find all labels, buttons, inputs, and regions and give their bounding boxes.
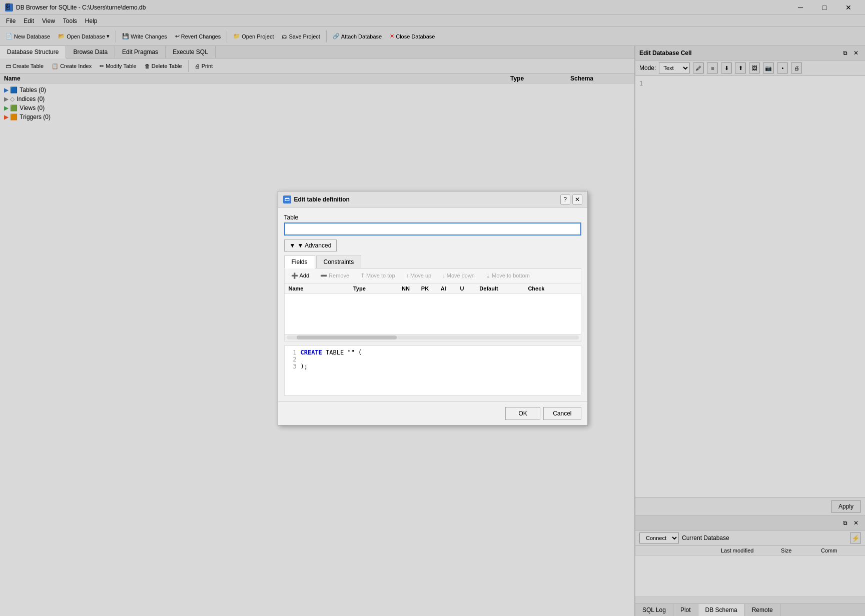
sql-line-1: 1 CREATE TABLE "" ( — [289, 349, 577, 356]
advanced-button[interactable]: ▼ ▼ Advanced — [284, 240, 337, 252]
table-name-row: Table — [284, 214, 581, 236]
advanced-arrow-icon: ▼ — [290, 242, 296, 249]
dialog-titlebar: 🗃 Edit table definition ? ✕ — [278, 192, 587, 208]
sql-keyword-create: CREATE — [301, 349, 322, 356]
move-to-bottom-button[interactable]: ⤓ Move to bottom — [481, 270, 534, 281]
dialog-tab-constraints[interactable]: Constraints — [316, 256, 362, 268]
cancel-button[interactable]: Cancel — [543, 407, 581, 420]
move-down-icon: ↓ — [442, 272, 445, 278]
col-type: Type — [353, 286, 402, 292]
col-u: U — [460, 286, 480, 292]
scroll-thumb — [297, 336, 397, 340]
dialog-title: 🗃 Edit table definition — [283, 196, 350, 204]
col-name: Name — [289, 286, 353, 292]
table-label: Table — [284, 214, 581, 221]
dialog-tab-fields[interactable]: Fields — [284, 256, 315, 268]
col-pk: PK — [421, 286, 441, 292]
sql-content-3: ); — [301, 363, 308, 370]
col-default: Default — [479, 286, 528, 292]
add-field-button[interactable]: ➕ Add — [287, 270, 314, 281]
move-to-bottom-icon: ⤓ — [486, 272, 490, 279]
sql-line-2: 2 — [289, 356, 577, 363]
move-up-icon: ↑ — [406, 272, 409, 278]
move-down-button[interactable]: ↓ Move down — [438, 270, 479, 280]
table-name-input[interactable] — [284, 222, 581, 236]
fields-scrollbar[interactable] — [285, 334, 581, 341]
fields-table-container: Name Type NN PK AI U Default Check — [284, 284, 581, 342]
scroll-track — [287, 336, 579, 340]
sql-text-1: TABLE "" ( — [326, 349, 362, 356]
col-check: Check — [528, 286, 576, 292]
remove-icon: ➖ — [320, 272, 327, 279]
sql-line-num-3: 3 — [289, 363, 297, 370]
sql-preview: 1 CREATE TABLE "" ( 2 3 ); — [284, 346, 581, 396]
dialog-tabs: Fields Constraints — [284, 256, 581, 268]
dialog-title-text: Edit table definition — [294, 196, 350, 203]
sql-line-num-2: 2 — [289, 356, 297, 363]
dialog-body: Table ▼ ▼ Advanced Fields Constraints ➕ … — [278, 208, 587, 402]
move-up-button[interactable]: ↑ Move up — [402, 270, 436, 280]
fields-toolbar: ➕ Add ➖ Remove ⤒ Move to top ↑ Move up ↓ — [284, 268, 581, 284]
dialog-controls: ? ✕ — [560, 194, 582, 204]
fields-table-header: Name Type NN PK AI U Default Check — [285, 284, 581, 294]
col-nn: NN — [402, 286, 421, 292]
dialog-title-icon: 🗃 — [283, 196, 291, 204]
dialog-overlay: 🗃 Edit table definition ? ✕ Table ▼ ▼ Ad… — [0, 0, 865, 616]
sql-line-num-1: 1 — [289, 349, 297, 356]
sql-line-3: 3 ); — [289, 363, 577, 370]
add-icon: ➕ — [291, 272, 298, 279]
dialog-help-button[interactable]: ? — [560, 194, 570, 204]
col-ai: AI — [441, 286, 460, 292]
advanced-label: ▼ Advanced — [297, 242, 331, 249]
remove-field-button[interactable]: ➖ Remove — [316, 270, 354, 281]
ok-button[interactable]: OK — [505, 407, 540, 420]
dialog-close-button[interactable]: ✕ — [572, 194, 582, 204]
move-to-top-button[interactable]: ⤒ Move to top — [356, 270, 399, 281]
fields-table-body — [285, 294, 581, 334]
edit-table-dialog: 🗃 Edit table definition ? ✕ Table ▼ ▼ Ad… — [278, 191, 588, 426]
dialog-buttons: OK Cancel — [278, 402, 587, 425]
move-to-top-icon: ⤒ — [360, 272, 365, 279]
sql-content-1: CREATE TABLE "" ( — [301, 349, 362, 356]
